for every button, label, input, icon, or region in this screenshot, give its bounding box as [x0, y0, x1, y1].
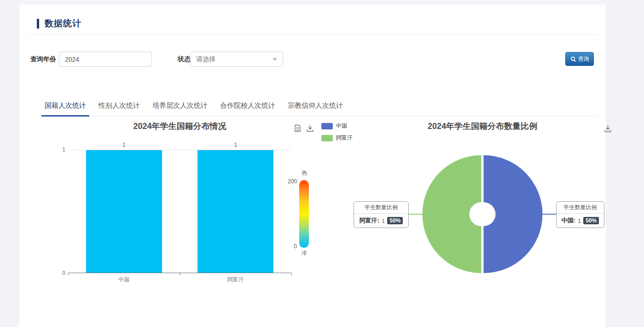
- bar-category-row: 中国阿富汗: [68, 276, 291, 283]
- pie-chart: 2024年学生国籍分布数量比例 学生数量比例 阿富汗: 1 50% 学生数量比例…: [350, 120, 606, 290]
- bar-中国[interactable]: [86, 150, 162, 273]
- pie-label-series: 学生数量比例: [354, 202, 408, 214]
- visualmap-hot-label: 热: [297, 169, 311, 177]
- pie-label-percent-badge: 50%: [387, 217, 403, 224]
- pie-label-value: 1: [382, 217, 385, 224]
- search-icon: [570, 56, 576, 62]
- pie-label-percent-badge: 50%: [583, 217, 599, 224]
- tab-bar: 国籍人次统计 性别人次统计 培养层次人次统计 合作院校人次统计 宗教信仰人次统计: [41, 98, 598, 117]
- title-accent-bar: [37, 19, 39, 29]
- bar-阿富汗[interactable]: [197, 150, 273, 273]
- pie-chart-toolbox: [604, 125, 612, 133]
- x-axis-category-label: 中国: [86, 276, 162, 284]
- chevron-down-icon: [273, 58, 277, 61]
- pie-label-series: 学生数量比例: [557, 202, 604, 214]
- legend-item-china[interactable]: 中国: [321, 122, 353, 130]
- bar-chart-title: 2024年学生国籍分布情况: [68, 121, 291, 132]
- visualmap-gradient-bar[interactable]: [299, 180, 309, 248]
- download-icon[interactable]: [306, 124, 314, 132]
- pie-label-value: 1: [578, 217, 581, 224]
- legend-label: 中国: [336, 122, 347, 130]
- search-button[interactable]: 查询: [565, 52, 594, 66]
- bar-value-label: 1: [86, 142, 162, 148]
- legend-swatch-afghanistan: [321, 135, 333, 141]
- bar-chart: 2024年学生国籍分布情况 1 0 11 中国阿富汗 热 200 0 冷: [41, 120, 322, 290]
- bar-chart-toolbox: [294, 124, 314, 132]
- tab-gender[interactable]: 性别人次统计: [95, 98, 143, 117]
- status-select[interactable]: 请选择: [190, 52, 283, 67]
- search-button-label: 查询: [578, 55, 589, 63]
- pie-label-afghanistan: 学生数量比例 阿富汗: 1 50%: [354, 201, 409, 228]
- data-view-icon[interactable]: [294, 124, 302, 132]
- status-label: 状态: [178, 55, 191, 64]
- status-select-value: 请选择: [196, 55, 215, 64]
- y-axis-tick-min: 0: [53, 270, 65, 276]
- visualmap-min-label: 0: [274, 243, 297, 250]
- pie-slice-阿富汗[interactable]: [423, 155, 482, 273]
- pie-slice-中国[interactable]: [484, 155, 543, 273]
- header-divider: [28, 35, 598, 35]
- bar-plot: 11: [68, 150, 291, 273]
- visualmap-cold-label: 冷: [297, 249, 311, 257]
- legend-swatch-china: [321, 123, 333, 129]
- year-input[interactable]: [59, 52, 152, 67]
- page-header: 数据统计: [37, 18, 81, 29]
- tab-nationality[interactable]: 国籍人次统计: [41, 98, 89, 117]
- tab-religion[interactable]: 宗教信仰人次统计: [284, 98, 346, 117]
- bar-value-label: 1: [197, 142, 273, 148]
- legend-item-afghanistan[interactable]: 阿富汗: [321, 134, 353, 142]
- pie-label-china: 学生数量比例 中国: 1 50%: [556, 201, 604, 228]
- chart-legend: 中国 阿富汗: [321, 122, 353, 146]
- x-axis-tick: [180, 273, 180, 275]
- label-line-afghanistan: [409, 214, 423, 215]
- y-axis-tick-max: 1: [53, 146, 65, 153]
- pie-label-name: 中国:: [562, 216, 575, 225]
- x-axis-tick: [68, 273, 69, 275]
- donut-chart: [413, 145, 551, 283]
- pie-label-name: 阿富汗:: [360, 216, 379, 225]
- year-label: 查询年份: [30, 55, 56, 64]
- label-line-china: [542, 214, 556, 215]
- download-icon[interactable]: [604, 125, 612, 133]
- visualmap-max-label: 200: [274, 178, 297, 185]
- content-card: 数据统计 查询年份 状态 请选择 查询 国籍人次统计 性别人次统计 培养层次人次…: [19, 5, 606, 327]
- x-axis-category-label: 阿富汗: [197, 276, 273, 284]
- query-form: 查询年份 状态 请选择 查询: [19, 52, 606, 68]
- pie-chart-title: 2024年学生国籍分布数量比例: [350, 121, 615, 132]
- x-axis-tick: [291, 273, 292, 275]
- tab-education-level[interactable]: 培养层次人次统计: [149, 98, 211, 117]
- page-title: 数据统计: [45, 18, 81, 29]
- tab-partner-school[interactable]: 合作院校人次统计: [217, 98, 278, 117]
